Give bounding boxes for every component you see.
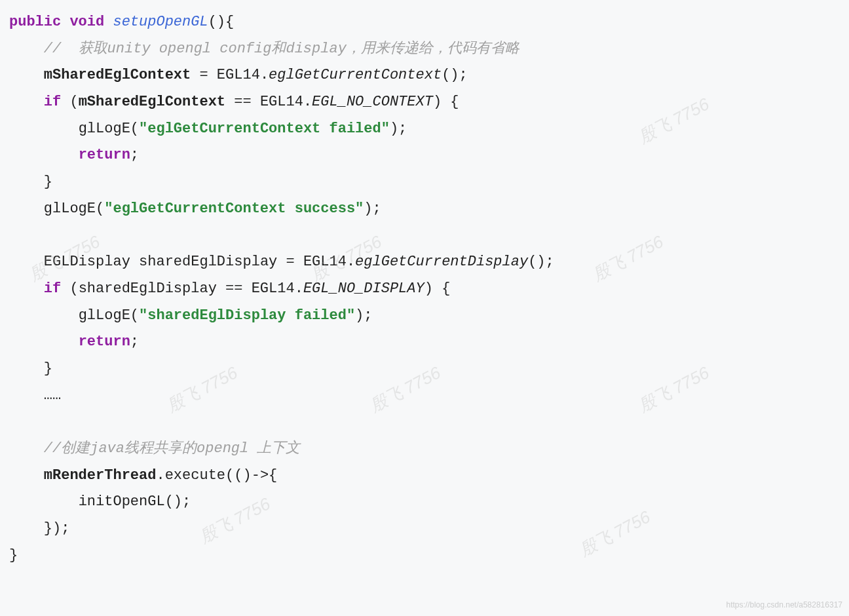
string-literal: "eglGetCurrentContext failed" xyxy=(139,121,390,137)
class-egl14: EGL14 xyxy=(217,67,260,83)
class-egl14: EGL14 xyxy=(252,280,295,297)
fn-gllog: glLogE xyxy=(79,121,130,137)
var-render-thread: mRenderThread xyxy=(44,467,157,484)
string-literal: "sharedEglDisplay failed" xyxy=(139,307,355,324)
string-literal: "eglGetCurrentContext success" xyxy=(104,201,364,217)
keyword-if: if xyxy=(44,94,61,110)
footer-watermark: https://blog.csdn.net/a582816317 xyxy=(726,598,842,612)
class-egl14: EGL14 xyxy=(260,94,303,110)
method-execute: execute xyxy=(165,467,225,484)
var-shared-ctx: mSharedEglContext xyxy=(79,94,225,110)
type-egldisplay: EGLDisplay xyxy=(44,254,130,270)
keyword-void: void xyxy=(69,14,104,30)
const-no-disp: EGL_NO_DISPLAY xyxy=(303,280,424,297)
method-getdisp: eglGetCurrentDisplay xyxy=(355,254,528,270)
fn-initopengl: initOpenGL xyxy=(79,493,165,510)
var-shared-ctx: mSharedEglContext xyxy=(44,67,191,83)
const-no-ctx: EGL_NO_CONTEXT xyxy=(312,94,433,110)
comment-line: //创建java线程共享的opengl 上下文 xyxy=(44,440,301,457)
ellipsis: …… xyxy=(44,387,61,404)
keyword-return: return xyxy=(79,147,130,163)
comment-line: // 获取unity opengl config和display，用来传递给，代… xyxy=(44,41,519,57)
keyword-public: public xyxy=(9,14,61,30)
var-disp: sharedEglDisplay xyxy=(79,280,217,297)
method-getctx: eglGetCurrentContext xyxy=(269,67,442,83)
function-name: setupOpenGL xyxy=(113,14,208,30)
keyword-if: if xyxy=(44,280,61,297)
var-disp: sharedEglDisplay xyxy=(139,254,277,270)
fn-gllog: glLogE xyxy=(79,307,130,324)
fn-gllog: glLogE xyxy=(44,201,96,217)
code-block: public void setupOpenGL(){ // 获取unity op… xyxy=(9,9,849,569)
keyword-return: return xyxy=(79,334,130,350)
class-egl14: EGL14 xyxy=(303,254,347,270)
